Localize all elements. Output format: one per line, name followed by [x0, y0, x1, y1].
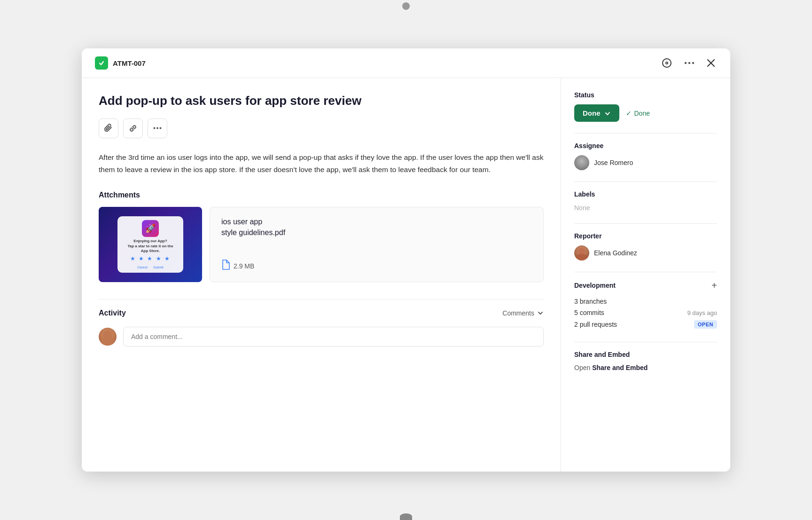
attachments-row: 🚀 Enjoying our App?Tap a star to rate it… — [99, 207, 544, 282]
mock-stars: ★ ★ ★ ★ ★ — [130, 255, 171, 262]
svg-point-10 — [156, 127, 158, 129]
svg-point-11 — [160, 127, 162, 129]
reporter-row: Elena Godinez — [574, 245, 717, 260]
mock-buttons: Cancel Submit — [137, 266, 164, 269]
divider-5 — [574, 342, 717, 342]
share-embed-label: Share and Embed — [574, 351, 717, 358]
activity-title: Activity — [99, 309, 126, 317]
development-label: Development — [574, 282, 616, 289]
svg-point-3 — [666, 63, 667, 63]
labels-label: Labels — [574, 190, 717, 198]
attachment-file[interactable]: ios user app style guidelines.pdf 2.9 MB — [210, 207, 544, 282]
dev-branches-row: 3 branches — [574, 296, 717, 307]
status-label: Status — [574, 91, 717, 99]
assignee-section: Assignee Jose Romero — [574, 142, 717, 170]
file-name: ios user app style guidelines.pdf — [221, 217, 532, 238]
app-logo — [95, 56, 108, 70]
attach-button[interactable] — [99, 118, 118, 138]
dev-pr-badge: OPEN — [694, 320, 717, 329]
assignee-avatar — [574, 155, 589, 170]
dev-commits-row: 5 commits 9 days ago — [574, 307, 717, 318]
divider-3 — [574, 223, 717, 224]
done-check-row: ✓ Done — [626, 110, 650, 117]
done-check-label: Done — [634, 110, 650, 117]
cancel-mock-btn: Cancel — [137, 266, 148, 269]
assignee-row: Jose Romero — [574, 155, 717, 170]
issue-description: After the 3rd time an ios user logs into… — [99, 151, 544, 176]
file-size-row: 2.9 MB — [221, 260, 532, 272]
main-content: Add pop-up to ask users for app store re… — [82, 78, 561, 472]
reporter-avatar — [574, 245, 589, 260]
svg-point-6 — [692, 62, 694, 64]
link-button[interactable] — [123, 118, 143, 138]
svg-point-9 — [154, 127, 156, 129]
reporter-name: Elena Godinez — [594, 249, 637, 257]
watch-button[interactable] — [660, 56, 674, 70]
done-check-icon: ✓ — [626, 110, 632, 117]
reporter-label: Reporter — [574, 232, 717, 240]
dev-commits: 5 commits — [574, 309, 604, 316]
mock-app-text: Enjoying our App?Tap a star to rate it o… — [127, 239, 173, 253]
comments-filter[interactable]: Comments — [502, 309, 544, 317]
svg-rect-0 — [97, 59, 106, 67]
mock-app-icon: 🚀 — [142, 220, 159, 237]
assignee-label: Assignee — [574, 142, 717, 150]
attachments-title: Attchments — [99, 191, 544, 199]
done-btn-label: Done — [583, 109, 601, 117]
submit-mock-btn: Submit — [153, 266, 164, 269]
dev-pr-row: 2 pull requests OPEN — [574, 318, 717, 331]
labels-section: Labels None — [574, 190, 717, 212]
sidebar: Status Done ✓ Done Assi — [561, 78, 730, 472]
file-icon — [221, 260, 230, 272]
file-size: 2.9 MB — [234, 262, 254, 270]
divider-2 — [574, 181, 717, 182]
divider-1 — [574, 133, 717, 134]
header-actions — [660, 56, 717, 70]
dev-branches: 3 branches — [574, 298, 607, 305]
comments-filter-label: Comments — [502, 309, 534, 317]
status-row: Done ✓ Done — [574, 104, 717, 122]
dev-commits-days: 9 days ago — [687, 309, 717, 316]
activity-header: Activity Comments — [99, 299, 544, 317]
more-button[interactable] — [682, 60, 696, 66]
share-embed-link[interactable]: Share and Embed — [592, 364, 648, 371]
svg-point-4 — [685, 62, 687, 64]
comment-input-row — [99, 327, 544, 347]
share-embed-row: Open Share and Embed — [574, 364, 717, 371]
dev-add-button[interactable]: + — [711, 281, 717, 290]
dev-pull-requests: 2 pull requests — [574, 321, 617, 328]
commenter-avatar — [99, 328, 117, 346]
done-button[interactable]: Done — [574, 104, 619, 122]
assignee-name: Jose Romero — [594, 159, 633, 166]
attachments-section: Attchments 🚀 Enjoying our App?Tap a star… — [99, 191, 544, 282]
divider-4 — [574, 272, 717, 272]
attachment-image[interactable]: 🚀 Enjoying our App?Tap a star to rate it… — [99, 207, 202, 282]
header-bar: ATMT-007 — [82, 48, 730, 78]
reporter-section: Reporter Elena Godinez — [574, 232, 717, 260]
issue-id: ATMT-007 — [113, 59, 146, 67]
share-embed-open: Open — [574, 364, 590, 371]
labels-value: None — [574, 204, 590, 212]
modal-container: ATMT-007 — [82, 48, 730, 472]
dev-header: Development + — [574, 281, 717, 290]
body-layout: Add pop-up to ask users for app store re… — [82, 78, 730, 472]
share-embed-section: Share and Embed Open Share and Embed — [574, 351, 717, 371]
status-section: Status Done ✓ Done — [574, 91, 717, 122]
more-options-button[interactable] — [148, 118, 167, 138]
close-button[interactable] — [705, 57, 717, 69]
issue-title: Add pop-up to ask users for app store re… — [99, 93, 544, 109]
comment-input[interactable] — [123, 327, 544, 347]
development-section: Development + 3 branches 5 commits 9 day… — [574, 281, 717, 331]
toolbar — [99, 118, 544, 138]
svg-point-5 — [688, 62, 690, 64]
